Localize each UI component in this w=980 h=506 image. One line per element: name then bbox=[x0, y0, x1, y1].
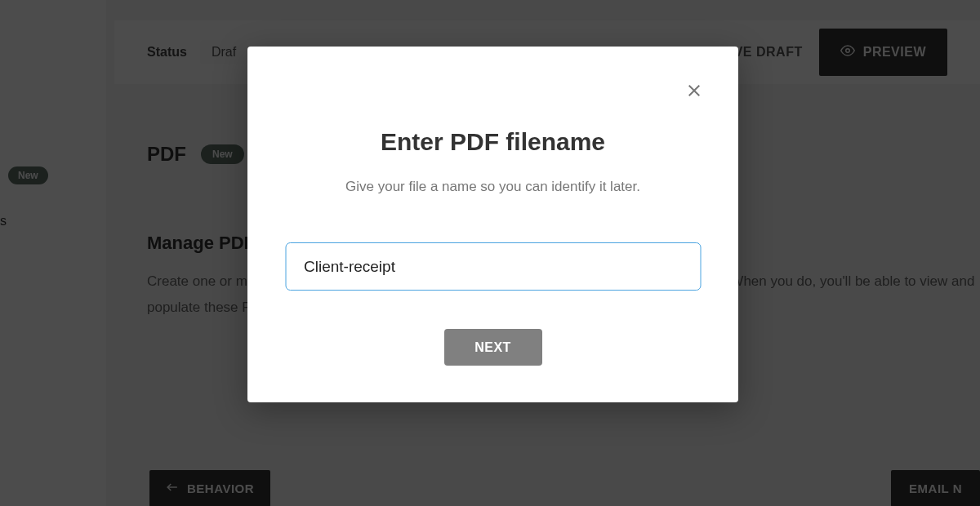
modal-subtitle: Give your file a name so you can identif… bbox=[247, 179, 738, 195]
close-icon[interactable] bbox=[684, 81, 704, 100]
next-button-label: NEXT bbox=[474, 340, 511, 355]
filename-input[interactable] bbox=[285, 242, 701, 291]
filename-modal: Enter PDF filename Give your file a name… bbox=[247, 47, 738, 402]
modal-title: Enter PDF filename bbox=[247, 128, 738, 156]
next-button[interactable]: NEXT bbox=[444, 329, 542, 366]
